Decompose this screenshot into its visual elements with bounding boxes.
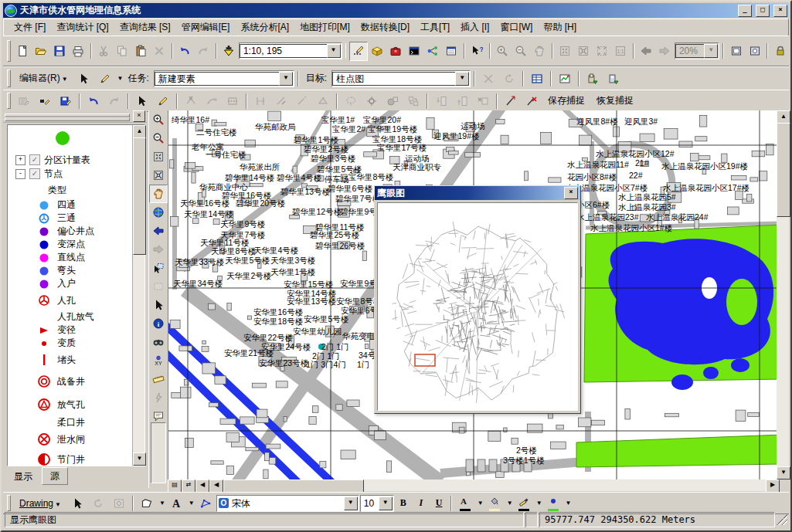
print-icon[interactable] bbox=[70, 42, 87, 61]
title-bar[interactable]: 天津市供水管网地理信息系统 _ □ × bbox=[3, 3, 789, 18]
font-name-value[interactable]: 宋体 bbox=[229, 497, 344, 510]
chevron-down-icon[interactable]: ▼ bbox=[455, 72, 469, 86]
chevron-down-icon[interactable]: ▼ bbox=[189, 500, 195, 507]
toolbar-grip[interactable] bbox=[7, 40, 11, 63]
paste-icon[interactable] bbox=[132, 42, 150, 61]
select-features-icon[interactable] bbox=[149, 259, 168, 277]
chevron-down-icon[interactable]: ▼ bbox=[566, 500, 572, 507]
scale-value-combo[interactable]: 1:10, 195▼ bbox=[239, 42, 342, 59]
toc-tab-active[interactable]: 源 bbox=[42, 467, 68, 485]
save-snap-button[interactable]: 保存捕捉 bbox=[542, 92, 590, 110]
attributes-table-icon[interactable] bbox=[527, 69, 547, 88]
snap-clear-icon-icon[interactable] bbox=[522, 91, 542, 110]
overview-map[interactable] bbox=[377, 202, 578, 411]
edit-arrow-icon[interactable] bbox=[74, 69, 94, 88]
scroll-up-icon[interactable]: ▲ bbox=[777, 110, 790, 124]
menu-item-8[interactable]: 工具[T] bbox=[415, 19, 455, 36]
menu-item-10[interactable]: 窗口[W] bbox=[495, 19, 538, 36]
pencil-icon[interactable] bbox=[95, 69, 115, 88]
combo-value[interactable]: 新建要素 bbox=[155, 72, 279, 86]
menu-item-5[interactable]: 系统分析[A] bbox=[235, 19, 294, 36]
viewer-lock-icon[interactable] bbox=[771, 42, 789, 61]
overview-window-icon[interactable] bbox=[727, 42, 745, 61]
menu-item-7[interactable]: 数据转换[D] bbox=[355, 19, 415, 36]
help-pointer-icon[interactable]: ? bbox=[468, 42, 486, 61]
toc-header[interactable]: × bbox=[3, 110, 147, 123]
catalog-box-icon[interactable] bbox=[369, 42, 386, 61]
sketch-tool-icon[interactable] bbox=[349, 42, 367, 61]
open-folder-icon[interactable] bbox=[32, 42, 50, 61]
layer-visibility-checkbox[interactable]: ✓ bbox=[29, 154, 40, 165]
hscroll-thumb[interactable] bbox=[223, 479, 364, 493]
layer-label[interactable]: 节点 bbox=[44, 168, 63, 181]
close-button[interactable]: × bbox=[773, 5, 787, 17]
toc-tab-inactive[interactable]: 显示 bbox=[6, 469, 40, 485]
menu-item-4[interactable]: 管网编辑[E] bbox=[176, 19, 236, 36]
add-data-icon[interactable] bbox=[220, 42, 238, 61]
new-document-icon[interactable] bbox=[14, 42, 32, 61]
chevron-down-icon[interactable]: ▼ bbox=[327, 44, 341, 58]
refresh-view-button[interactable]: ◀ bbox=[195, 479, 209, 493]
combo-value[interactable]: 20% bbox=[675, 44, 704, 58]
task-value-combo[interactable]: 新建要素▼ bbox=[154, 70, 294, 87]
maximize-button[interactable]: □ bbox=[756, 5, 770, 17]
modify-edits-icon[interactable] bbox=[35, 91, 55, 110]
scroll-down-icon[interactable]: ▼ bbox=[133, 452, 146, 466]
pan-icon[interactable] bbox=[149, 185, 168, 203]
zoom-in-icon[interactable] bbox=[149, 110, 168, 129]
command-window-icon[interactable] bbox=[406, 42, 423, 61]
legend-layer-node[interactable]: -✓节点 bbox=[15, 167, 132, 181]
fixed-zoom-out-icon[interactable] bbox=[149, 166, 168, 185]
chevron-down-icon[interactable]: ▼ bbox=[507, 500, 513, 507]
underline-button[interactable]: U bbox=[430, 495, 447, 511]
toolbar-grip[interactable] bbox=[7, 495, 11, 511]
minimize-button[interactable]: _ bbox=[738, 5, 752, 17]
legend-layer-node[interactable]: +✓分区计量表 bbox=[15, 153, 132, 167]
model-builder-icon[interactable] bbox=[424, 42, 442, 61]
layer-window-icon[interactable] bbox=[443, 42, 461, 61]
scroll-left-icon[interactable]: ◀ bbox=[209, 479, 223, 493]
toolbar-grip[interactable] bbox=[7, 69, 11, 86]
undo-icon[interactable] bbox=[83, 91, 104, 110]
chevron-down-icon[interactable]: ▼ bbox=[536, 500, 542, 507]
toc-scrollbar[interactable]: ▲ ▼ bbox=[132, 125, 144, 466]
layout-view-button[interactable]: ⇄ bbox=[182, 479, 195, 493]
scroll-right-icon[interactable]: ▶ bbox=[766, 479, 780, 493]
magnifier-window-icon[interactable] bbox=[746, 42, 763, 61]
layer-visibility-checkbox[interactable]: ✓ bbox=[29, 168, 40, 179]
chevron-down-icon[interactable]: ▼ bbox=[478, 500, 484, 507]
expand-icon[interactable]: + bbox=[15, 155, 25, 165]
map-horizontal-scrollbar[interactable]: ▤ ⇄ ◀ ◀ ▶ bbox=[168, 479, 780, 491]
font-size-value[interactable]: 10 bbox=[361, 497, 379, 510]
chevron-down-icon[interactable]: ▼ bbox=[344, 496, 358, 510]
font-combo[interactable]: O宋体▼ bbox=[216, 495, 359, 512]
scroll-down-icon[interactable]: ▼ bbox=[777, 466, 790, 479]
overview-close-icon[interactable]: × bbox=[564, 187, 578, 199]
create-features-1-icon[interactable] bbox=[583, 69, 603, 88]
select-elements-icon[interactable] bbox=[149, 296, 168, 314]
drawing-menu-button[interactable]: Drawing▼ bbox=[14, 496, 66, 511]
toc-drag-grip2[interactable] bbox=[5, 117, 130, 121]
go-back-icon[interactable] bbox=[149, 222, 168, 240]
menu-item-11[interactable]: 帮助 [H] bbox=[538, 19, 582, 36]
create-features-2-icon[interactable] bbox=[603, 69, 624, 88]
scroll-up-icon[interactable]: ▲ bbox=[133, 125, 146, 138]
menu-item-1[interactable]: 文件 [F] bbox=[8, 19, 51, 36]
save-edits-icon[interactable] bbox=[56, 91, 76, 110]
find-icon[interactable] bbox=[149, 333, 168, 351]
italic-button[interactable]: I bbox=[413, 495, 430, 511]
overview-window[interactable]: 鹰眼图 × bbox=[374, 185, 581, 414]
layer-label[interactable]: 分区计量表 bbox=[44, 154, 90, 167]
resize-grip[interactable] bbox=[777, 514, 787, 525]
vscroll-thumb[interactable] bbox=[777, 123, 790, 217]
chevron-down-icon[interactable]: ▼ bbox=[279, 72, 293, 86]
sketch-properties-icon[interactable] bbox=[555, 69, 575, 88]
overview-extent-indicator[interactable] bbox=[415, 354, 435, 366]
toc-scroll-thumb[interactable] bbox=[133, 137, 146, 255]
data-view-button[interactable]: ▤ bbox=[168, 479, 182, 493]
map-vertical-scrollbar[interactable]: ▲ ▼ bbox=[777, 110, 789, 479]
menu-item-2[interactable]: 查询统计 [Q] bbox=[51, 19, 114, 36]
chevron-down-icon[interactable]: ▼ bbox=[704, 44, 718, 58]
measure-icon[interactable] bbox=[149, 370, 168, 388]
go-to-xy-icon[interactable]: XY bbox=[149, 351, 168, 370]
